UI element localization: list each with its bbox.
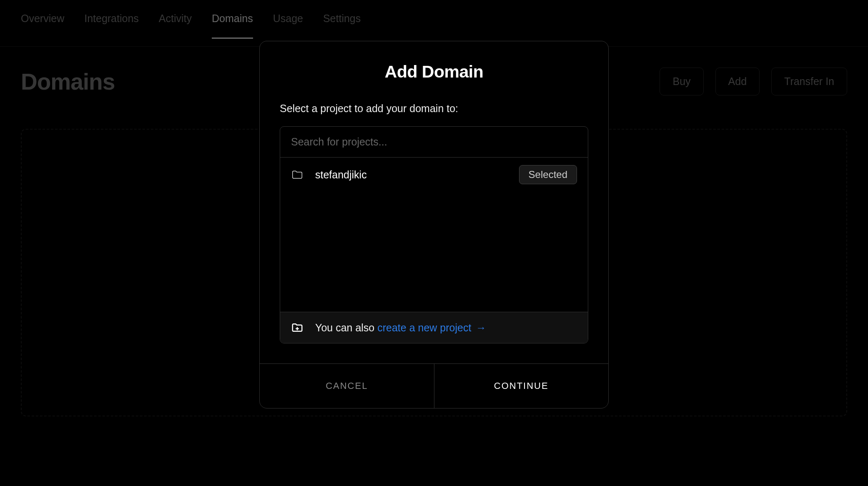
- folder-icon: [291, 168, 304, 181]
- modal-body: Select a project to add your domain to: …: [260, 94, 608, 363]
- modal-overlay[interactable]: Add Domain Select a project to add your …: [0, 0, 868, 486]
- folder-plus-icon: [291, 321, 304, 334]
- new-project-text: You can also create a new project →: [315, 322, 486, 334]
- new-project-prefix: You can also: [315, 322, 377, 333]
- project-panel: stefandjikic Selected You can also creat…: [280, 126, 588, 343]
- selected-badge: Selected: [519, 165, 577, 184]
- create-new-project-link[interactable]: create a new project: [377, 322, 471, 333]
- modal-footer: CANCEL CONTINUE: [260, 363, 608, 408]
- continue-button[interactable]: CONTINUE: [434, 364, 609, 408]
- add-domain-modal: Add Domain Select a project to add your …: [259, 41, 609, 408]
- modal-prompt: Select a project to add your domain to:: [280, 103, 588, 115]
- project-list: stefandjikic Selected: [280, 158, 588, 312]
- arrow-right-icon: →: [473, 322, 486, 333]
- project-search-input[interactable]: [280, 127, 588, 158]
- project-item[interactable]: stefandjikic Selected: [280, 158, 588, 192]
- cancel-button[interactable]: CANCEL: [260, 364, 434, 408]
- project-name: stefandjikic: [315, 169, 519, 181]
- new-project-bar: You can also create a new project →: [280, 312, 588, 343]
- modal-title: Add Domain: [260, 41, 608, 94]
